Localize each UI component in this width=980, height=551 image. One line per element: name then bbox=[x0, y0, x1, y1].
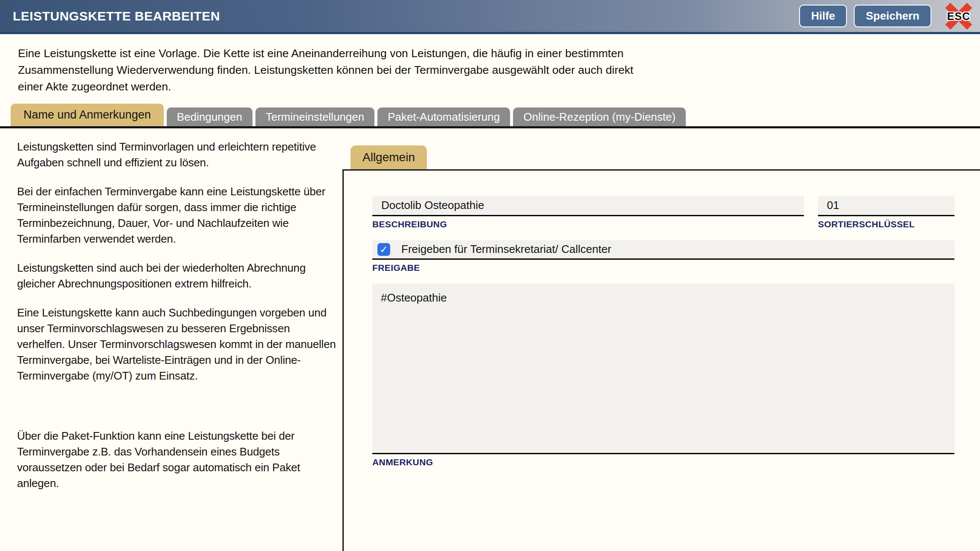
header-bar: LEISTUNGSKETTE BEARBEITEN Hilfe Speicher… bbox=[0, 0, 980, 34]
speichern-button[interactable]: Speichern bbox=[854, 5, 931, 27]
esc-close-icon[interactable]: ESC bbox=[944, 2, 973, 30]
sortierschluessel-group: SORTIERSCHLÜSSEL bbox=[818, 196, 954, 229]
tab-allgemein[interactable]: Allgemein bbox=[351, 145, 427, 169]
esc-label: ESC bbox=[947, 10, 970, 22]
leistungskette-bearbeiten-dialog: LEISTUNGSKETTE BEARBEITEN Hilfe Speicher… bbox=[0, 0, 980, 551]
header-buttons: Hilfe Speichern ESC bbox=[799, 2, 973, 30]
help-paragraph: Eine Leistungskette kann auch Suchbeding… bbox=[17, 305, 336, 384]
main-tabbar: Name und Anmerkungen Bedingungen Termine… bbox=[0, 104, 980, 128]
hilfe-button[interactable]: Hilfe bbox=[799, 5, 847, 27]
checkmark-icon: ✓ bbox=[378, 244, 389, 255]
freigabe-checkbox-label: Freigeben für Terminsekretariat/ Callcen… bbox=[401, 243, 611, 256]
freigabe-checkbox[interactable]: ✓ bbox=[377, 243, 390, 256]
beschreibung-label: BESCHREIBUNG bbox=[372, 219, 804, 229]
sortierschluessel-label: SORTIERSCHLÜSSEL bbox=[818, 219, 954, 229]
sortierschluessel-input[interactable] bbox=[818, 196, 954, 216]
tab-online-rezeption[interactable]: Online-Rezeption (my-Dienste) bbox=[513, 107, 686, 126]
page-title: LEISTUNGSKETTE BEARBEITEN bbox=[13, 9, 799, 23]
tab-name-und-anmerkungen[interactable]: Name und Anmerkungen bbox=[11, 104, 164, 126]
help-paragraph: Über die Paket-Funktion kann eine Leistu… bbox=[17, 428, 336, 491]
beschreibung-row: BESCHREIBUNG SORTIERSCHLÜSSEL bbox=[372, 196, 980, 229]
help-text-column: Leistungsketten sind Terminvorlagen und … bbox=[17, 139, 336, 505]
tab-paket-automatisierung[interactable]: Paket-Automatisierung bbox=[377, 107, 510, 126]
beschreibung-group: BESCHREIBUNG bbox=[372, 196, 804, 229]
tab-bedingungen[interactable]: Bedingungen bbox=[167, 107, 252, 126]
help-paragraph: Bei der einfachen Terminvergabe kann ein… bbox=[17, 184, 336, 247]
help-paragraph: Leistungsketten sind auch bei der wieder… bbox=[17, 260, 336, 292]
intro-text: Eine Leistungskette ist eine Vorlage. Di… bbox=[18, 45, 655, 95]
beschreibung-input[interactable] bbox=[372, 196, 804, 216]
help-paragraph: Leistungsketten sind Terminvorlagen und … bbox=[17, 139, 336, 171]
allgemein-panel: BESCHREIBUNG SORTIERSCHLÜSSEL ✓ Freigebe… bbox=[342, 169, 980, 551]
tab-termineinstellungen[interactable]: Termineinstellungen bbox=[255, 107, 374, 126]
freigabe-row: ✓ Freigeben für Terminsekretariat/ Callc… bbox=[372, 240, 954, 260]
anmerkung-label: ANMERKUNG bbox=[372, 457, 980, 467]
anmerkung-textarea[interactable]: #Osteopathie bbox=[372, 284, 954, 454]
freigabe-label: FREIGABE bbox=[372, 263, 980, 273]
